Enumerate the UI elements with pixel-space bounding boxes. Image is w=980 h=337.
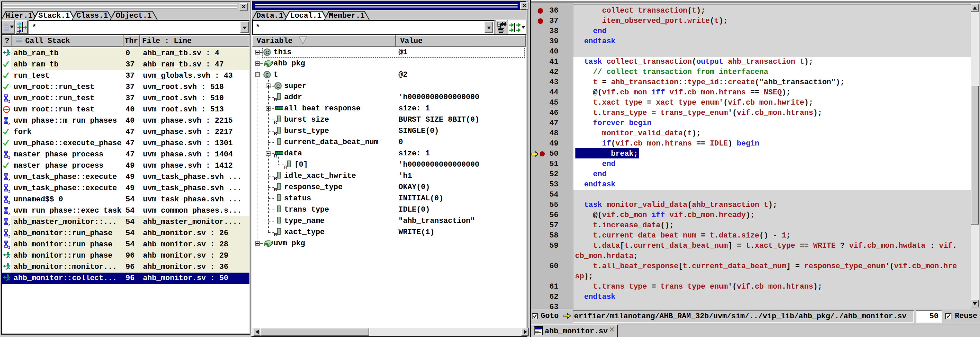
svg-text:R: R <box>284 165 288 169</box>
svg-text:z: z <box>8 222 10 227</box>
svg-text:R: R <box>274 176 277 180</box>
svg-text:R: R <box>274 187 277 192</box>
svg-text:R: R <box>274 232 277 237</box>
svg-text:z: z <box>8 189 10 193</box>
svg-text:R: R <box>274 97 277 102</box>
svg-text:C: C <box>276 83 280 89</box>
svg-text:z: z <box>8 211 10 216</box>
svg-text:z: z <box>8 234 10 238</box>
svg-text:z: z <box>8 245 10 249</box>
svg-text:z: z <box>8 200 10 204</box>
svg-text:z: z <box>8 177 10 182</box>
svg-text:R: R <box>274 131 277 136</box>
svg-text:z: z <box>8 99 10 103</box>
svg-text:R: R <box>274 120 277 125</box>
svg-text:C: C <box>266 72 269 78</box>
svg-text:C: C <box>266 50 269 55</box>
svg-text:z: z <box>8 121 10 125</box>
svg-text:z: z <box>8 155 10 159</box>
